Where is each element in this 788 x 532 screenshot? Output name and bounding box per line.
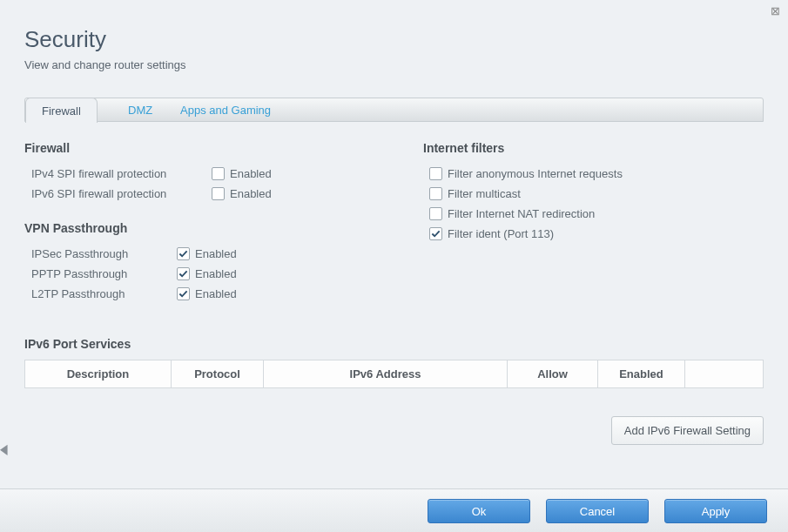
col-enabled: Enabled bbox=[598, 360, 685, 388]
ipsec-label: IPSec Passthrough bbox=[31, 247, 171, 260]
ok-button[interactable]: Ok bbox=[428, 499, 530, 523]
l2tp-enabled-text: Enabled bbox=[195, 287, 237, 300]
ipv4-spi-enabled-text: Enabled bbox=[230, 167, 272, 180]
dialog-footer: Ok Cancel Apply bbox=[0, 488, 788, 532]
filter-ident-checkbox[interactable] bbox=[429, 227, 442, 240]
internet-filters-heading: Internet filters bbox=[423, 141, 764, 155]
page-subtitle: View and change router settings bbox=[24, 58, 764, 71]
ipv6-services-table: Description Protocol IPv6 Address Allow … bbox=[24, 360, 764, 388]
col-allow: Allow bbox=[508, 360, 598, 388]
l2tp-checkbox[interactable] bbox=[177, 287, 190, 300]
filter-nat-label: Filter Internet NAT redirection bbox=[448, 207, 595, 220]
ipsec-checkbox[interactable] bbox=[177, 247, 190, 260]
filter-anonymous-label: Filter anonymous Internet requests bbox=[448, 167, 623, 180]
vpn-heading: VPN Passthrough bbox=[24, 221, 418, 235]
ipv6-spi-checkbox[interactable] bbox=[212, 187, 225, 200]
filter-multicast-checkbox[interactable] bbox=[429, 187, 442, 200]
security-panel: Security View and change router settings… bbox=[0, 0, 788, 445]
add-ipv6-firewall-button[interactable]: Add IPv6 Firewall Setting bbox=[611, 416, 764, 445]
l2tp-label: L2TP Passthrough bbox=[31, 287, 171, 300]
ipsec-enabled-text: Enabled bbox=[195, 247, 237, 260]
pptp-checkbox[interactable] bbox=[177, 267, 190, 280]
page-title: Security bbox=[24, 26, 764, 53]
col-description: Description bbox=[25, 360, 172, 388]
ipv4-spi-checkbox[interactable] bbox=[212, 167, 225, 180]
ipv4-spi-label: IPv4 SPI firewall protection bbox=[31, 167, 205, 180]
tabs-bar: Firewall DMZ Apps and Gaming bbox=[24, 98, 764, 122]
tab-dmz[interactable]: DMZ bbox=[112, 98, 168, 123]
collapse-chevron-icon[interactable]: ◀ bbox=[0, 441, 6, 453]
tab-firewall[interactable]: Firewall bbox=[25, 98, 98, 123]
firewall-heading: Firewall bbox=[24, 141, 418, 155]
col-ipv6-address: IPv6 Address bbox=[264, 360, 508, 388]
cancel-button[interactable]: Cancel bbox=[546, 499, 649, 523]
filter-anonymous-checkbox[interactable] bbox=[429, 167, 442, 180]
filter-ident-label: Filter ident (Port 113) bbox=[448, 227, 554, 240]
close-icon[interactable]: ⊠ bbox=[769, 5, 781, 17]
pptp-label: PPTP Passthrough bbox=[31, 267, 171, 280]
col-protocol: Protocol bbox=[172, 360, 264, 388]
pptp-enabled-text: Enabled bbox=[195, 267, 237, 280]
filter-multicast-label: Filter multicast bbox=[448, 187, 521, 200]
apply-button[interactable]: Apply bbox=[664, 499, 767, 523]
col-actions bbox=[685, 360, 764, 388]
tab-apps-and-gaming[interactable]: Apps and Gaming bbox=[165, 98, 286, 123]
ipv6-spi-enabled-text: Enabled bbox=[230, 187, 272, 200]
ipv6-spi-label: IPv6 SPI firewall protection bbox=[31, 187, 205, 200]
ipv6-services-heading: IPv6 Port Services bbox=[24, 337, 764, 351]
filter-nat-checkbox[interactable] bbox=[429, 207, 442, 220]
